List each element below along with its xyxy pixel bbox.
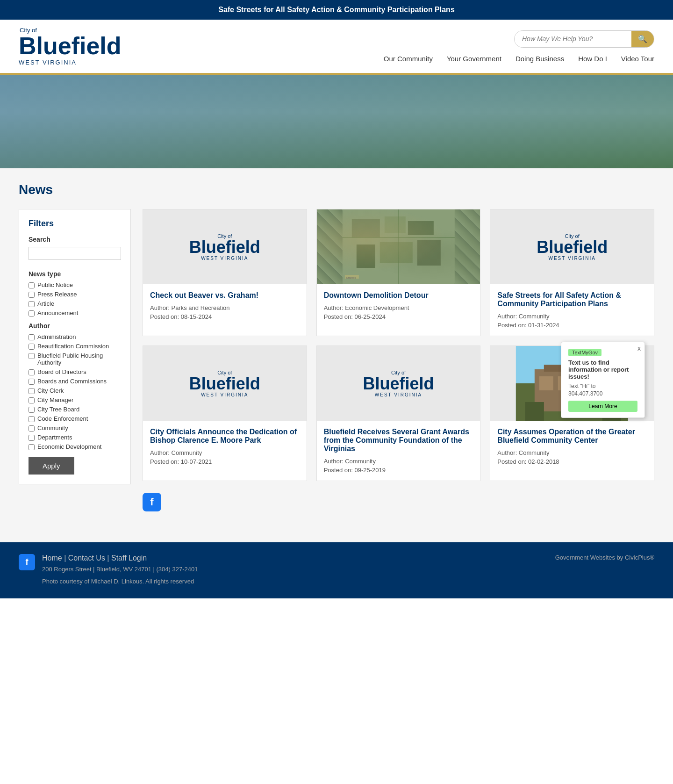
news-card-1-author: Author: Parks and Recreation — [150, 304, 300, 311]
top-banner: Safe Streets for All Safety Action & Com… — [0, 0, 673, 20]
checkbox-departments[interactable] — [29, 435, 35, 441]
nav-your-government[interactable]: Your Government — [447, 55, 501, 63]
news-card-1-image: City of Bluefield WEST VIRGINIA — [143, 209, 307, 284]
checkbox-community[interactable] — [29, 425, 35, 432]
checkbox-announcement[interactable] — [29, 310, 35, 316]
page-title: News — [19, 182, 654, 197]
filter-city-clerk: City Clerk — [29, 387, 121, 394]
news-card-5-author: Author: Community — [324, 458, 473, 465]
nav-how-do-i[interactable]: How Do I — [578, 55, 607, 63]
news-card-2-image: Stantec — [317, 209, 480, 284]
textmygov-popup: TextMyGov x Text us to find information … — [561, 342, 645, 418]
news-card-4[interactable]: City of Bluefield WEST VIRGINIA City Off… — [143, 345, 307, 481]
news-card-5[interactable]: City of Bluefield WEST VIRGINIA Bluefiel… — [316, 345, 481, 481]
news-card-2-date: Posted on: 06-25-2024 — [324, 313, 473, 320]
news-card-1-date: Posted on: 08-15-2024 — [150, 313, 300, 320]
footer-facebook-icon[interactable]: f — [19, 554, 35, 570]
footer-link-contact[interactable]: Contact Us — [68, 554, 105, 562]
textmygov-heading: Text us to find information or report is… — [568, 359, 637, 380]
news-card-2-author: Author: Economic Development — [324, 304, 473, 311]
footer-photo-credit: Photo courtesy of Michael D. Linkous. Al… — [42, 577, 198, 587]
svg-text:Stantec: Stantec — [346, 276, 355, 279]
checkbox-administration[interactable] — [29, 334, 35, 340]
hero-overlay — [0, 75, 673, 168]
footer-left: f Home | Contact Us | Staff Login 200 Ro… — [19, 554, 198, 587]
news-card-3-title[interactable]: Safe Streets for All Safety Action & Com… — [497, 291, 647, 308]
news-card-1[interactable]: City of Bluefield WEST VIRGINIA Check ou… — [143, 209, 307, 336]
facebook-icon[interactable]: f — [143, 493, 161, 511]
checkbox-city-tree-board[interactable] — [29, 407, 35, 413]
checkbox-city-manager[interactable] — [29, 397, 35, 403]
news-card-6-title[interactable]: City Assumes Operation of the Greater Bl… — [497, 428, 647, 445]
svg-rect-15 — [539, 376, 553, 390]
filter-city-tree-board: City Tree Board — [29, 406, 121, 413]
apply-button[interactable]: Apply — [29, 457, 74, 475]
nav-video-tour[interactable]: Video Tour — [621, 55, 654, 63]
checkbox-article[interactable] — [29, 301, 35, 307]
news-card-5-date: Posted on: 09-25-2019 — [324, 467, 473, 474]
checkbox-beautification[interactable] — [29, 344, 35, 350]
svg-rect-4 — [356, 245, 375, 268]
search-button[interactable]: 🔍 — [631, 31, 654, 47]
svg-rect-6 — [417, 240, 440, 266]
news-card-6-date: Posted on: 02-02-2018 — [497, 458, 647, 465]
footer-links: Home | Contact Us | Staff Login — [42, 554, 198, 562]
news-card-1-title[interactable]: Check out Beaver vs. Graham! — [150, 291, 300, 300]
news-card-3-author: Author: Community — [497, 313, 647, 320]
checkbox-economic-development[interactable] — [29, 444, 35, 450]
checkbox-city-clerk[interactable] — [29, 388, 35, 394]
search-input[interactable] — [515, 31, 631, 46]
filters-heading: Filters — [29, 219, 121, 229]
news-card-2-title[interactable]: Downtown Demolition Detour — [324, 291, 473, 300]
filter-boards-commissions: Boards and Commissions — [29, 378, 121, 385]
social-area: f — [143, 493, 654, 511]
news-card-3[interactable]: City of Bluefield WEST VIRGINIA Safe Str… — [490, 209, 654, 336]
filter-city-manager: City Manager — [29, 396, 121, 403]
svg-rect-2 — [384, 216, 405, 233]
logo-bluefield: Bluefield — [19, 34, 122, 58]
author-label: Author — [29, 322, 121, 330]
filter-announcement: Announcement — [29, 309, 121, 316]
footer-link-home[interactable]: Home — [42, 554, 62, 562]
checkbox-public-notice[interactable] — [29, 282, 35, 288]
filter-search-input[interactable] — [29, 247, 121, 260]
filter-community: Community — [29, 424, 121, 432]
filter-board-of-directors: Board of Directors — [29, 368, 121, 375]
logo-wv: WEST VIRGINIA — [19, 59, 77, 66]
textmygov-close-button[interactable]: x — [637, 345, 641, 352]
main-nav: Our Community Your Government Doing Busi… — [384, 55, 654, 63]
news-card-4-title[interactable]: City Officials Announce the Dedication o… — [150, 428, 300, 445]
checkbox-code-enforcement[interactable] — [29, 416, 35, 422]
checkbox-board-of-directors[interactable] — [29, 369, 35, 375]
svg-rect-5 — [379, 242, 412, 263]
header: City of Bluefield WEST VIRGINIA 🔍 Our Co… — [0, 20, 673, 75]
nav-doing-business[interactable]: Doing Business — [515, 55, 564, 63]
checkbox-boards-commissions[interactable] — [29, 379, 35, 385]
filter-administration: Administration — [29, 333, 121, 340]
header-right: 🔍 Our Community Your Government Doing Bu… — [384, 30, 654, 63]
checkbox-press-release[interactable] — [29, 292, 35, 298]
textmygov-phone-number: 304.407.3700 — [568, 390, 637, 397]
news-card-3-date: Posted on: 01-31-2024 — [497, 322, 647, 329]
news-card-5-title[interactable]: Bluefield Receives Several Grant Awards … — [324, 428, 473, 453]
news-card-4-author: Author: Community — [150, 449, 300, 456]
search-bar: 🔍 — [514, 30, 654, 48]
main-content: News Filters Search News type Public Not… — [0, 168, 673, 542]
filter-press-release: Press Release — [29, 291, 121, 298]
filter-economic-development: Economic Development — [29, 443, 121, 450]
learn-more-button[interactable]: Learn More — [568, 401, 637, 412]
svg-rect-3 — [408, 221, 433, 235]
footer-link-staff[interactable]: Staff Login — [111, 554, 147, 562]
filter-public-notice: Public Notice — [29, 281, 121, 288]
news-card-2[interactable]: Stantec Downtown Demolition Detour Autho… — [316, 209, 481, 336]
filter-departments: Departments — [29, 434, 121, 441]
checkbox-bluefield-housing[interactable] — [29, 353, 35, 359]
filter-bluefield-housing: Bluefield Public Housing Authority — [29, 352, 121, 366]
search-label: Search — [29, 236, 121, 243]
filters-box: Filters Search News type Public Notice P… — [19, 209, 131, 484]
content-layout: Filters Search News type Public Notice P… — [19, 209, 654, 511]
nav-our-community[interactable]: Our Community — [384, 55, 433, 63]
svg-rect-1 — [351, 219, 379, 237]
aerial-image: Stantec — [317, 209, 480, 284]
svg-rect-9 — [344, 275, 358, 279]
